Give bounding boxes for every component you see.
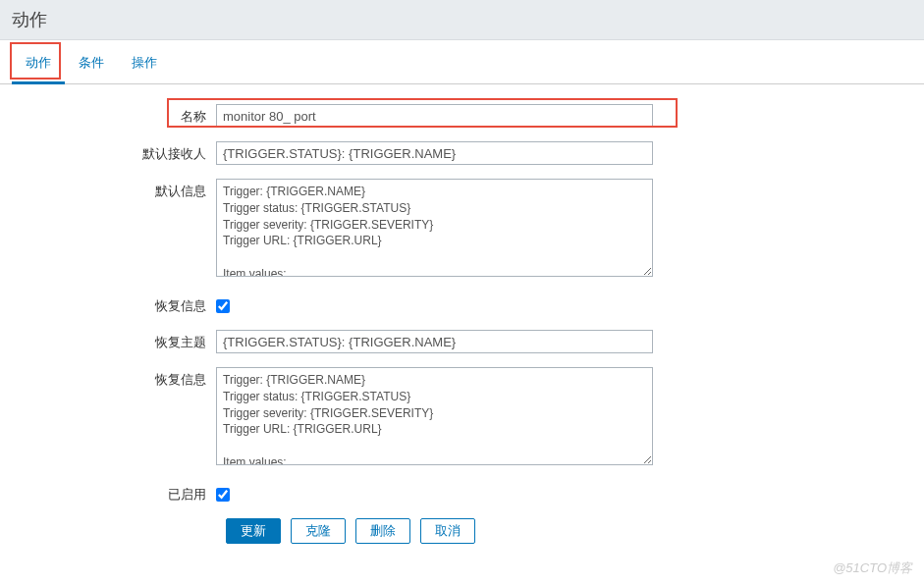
page-header: 动作 (0, 0, 924, 40)
page-title: 动作 (12, 8, 912, 31)
tab-conditions[interactable]: 条件 (65, 48, 118, 83)
form: 名称 默认接收人 默认信息 恢复信息 恢复主题 (0, 84, 924, 563)
row-name: 名称 (20, 104, 904, 128)
clone-button[interactable]: 克隆 (291, 518, 346, 544)
row-enabled: 已启用 (20, 482, 904, 505)
checkbox-enabled[interactable] (216, 488, 230, 502)
label-recovery-message: 恢复信息 (20, 367, 216, 389)
button-row: 更新 克隆 删除 取消 (226, 518, 904, 544)
label-default-recipient: 默认接收人 (20, 141, 216, 163)
input-default-recipient[interactable] (216, 141, 653, 165)
row-recovery-subject: 恢复主题 (20, 330, 904, 353)
textarea-default-message[interactable] (216, 179, 653, 277)
label-recovery-subject: 恢复主题 (20, 330, 216, 351)
watermark: @51CTO博客 (833, 559, 912, 563)
tabs-wrapper: 动作 条件 操作 名称 默认接收人 默认信息 恢复信息 (0, 40, 924, 563)
input-recovery-subject[interactable] (216, 330, 653, 353)
label-default-message: 默认信息 (20, 179, 216, 200)
row-recovery-message: 恢复信息 (20, 367, 904, 468)
row-recovery-info-check: 恢复信息 (20, 293, 904, 316)
label-name: 名称 (20, 104, 216, 126)
row-default-message: 默认信息 (20, 179, 904, 280)
input-name[interactable] (216, 104, 653, 128)
tab-action[interactable]: 动作 (12, 48, 65, 84)
row-default-recipient: 默认接收人 (20, 141, 904, 165)
tab-operations[interactable]: 操作 (118, 48, 171, 83)
label-enabled: 已启用 (20, 482, 216, 504)
cancel-button[interactable]: 取消 (420, 518, 475, 544)
delete-button[interactable]: 删除 (355, 518, 410, 544)
update-button[interactable]: 更新 (226, 518, 281, 544)
textarea-recovery-message[interactable] (216, 367, 653, 465)
label-recovery-info-check: 恢复信息 (20, 293, 216, 315)
checkbox-recovery-info[interactable] (216, 299, 230, 313)
tabs: 动作 条件 操作 (0, 40, 924, 84)
